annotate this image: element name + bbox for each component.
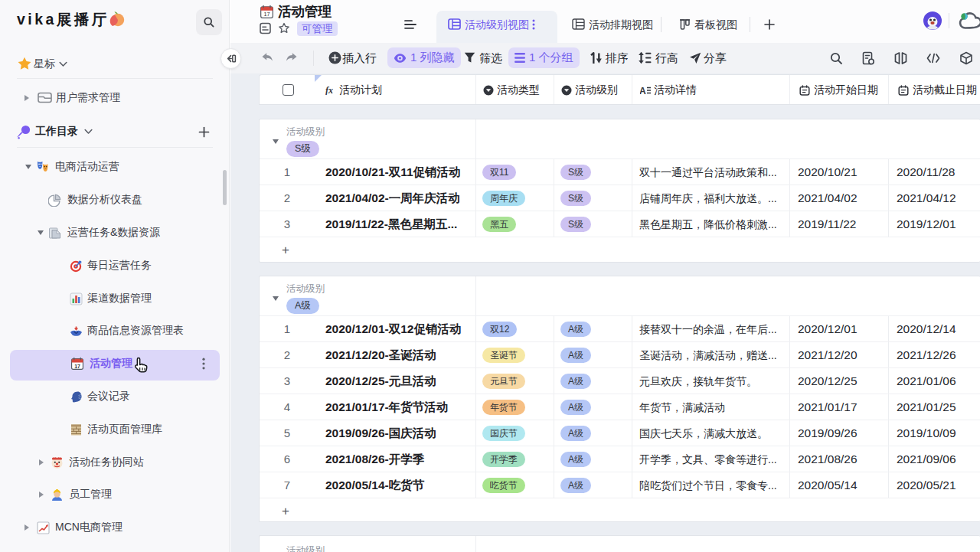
svg-text:17: 17 — [263, 11, 270, 18]
svg-text:17: 17 — [74, 364, 80, 369]
